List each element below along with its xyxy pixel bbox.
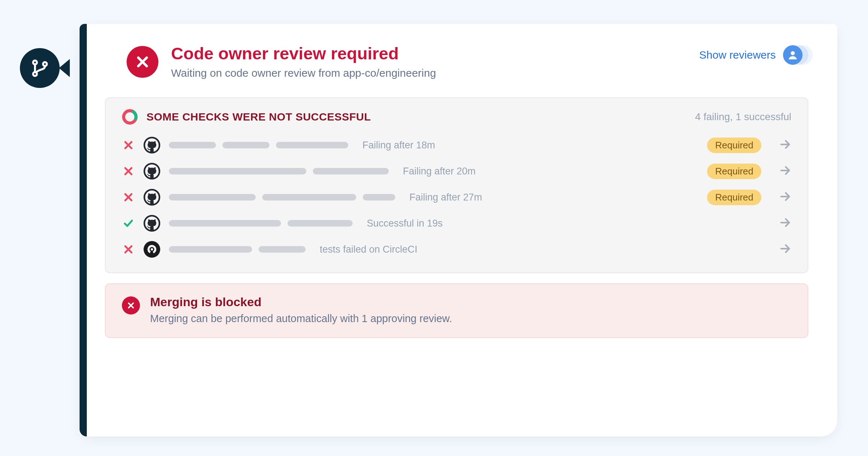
check-row[interactable]: Failing after 18mRequired — [122, 132, 791, 158]
github-icon — [144, 137, 160, 153]
review-required-subtitle: Waiting on code owner review from app-co… — [171, 67, 699, 79]
github-icon — [144, 189, 160, 206]
merge-blocked-subtitle: Merging can be performed automatically w… — [150, 313, 452, 325]
check-fail-icon — [122, 140, 135, 151]
check-name-placeholder — [169, 142, 348, 148]
reviewer-avatars[interactable] — [783, 45, 808, 65]
check-fail-icon — [122, 192, 135, 203]
check-status-text: Failing after 18m — [357, 140, 435, 151]
check-row[interactable]: Successful in 19s — [122, 210, 791, 236]
checks-summary: 4 failing, 1 successful — [695, 111, 791, 123]
error-circle-icon — [127, 46, 158, 78]
avatar-icon — [783, 45, 803, 65]
check-status-text: tests failed on CircleCI — [314, 244, 417, 255]
arrow-right-icon[interactable] — [770, 164, 791, 178]
arrow-right-icon[interactable] — [770, 138, 791, 152]
svg-point-12 — [151, 248, 153, 251]
check-fail-icon — [122, 244, 135, 255]
check-status-text: Failing after 27m — [404, 192, 482, 203]
merge-blocked-title: Merging is blocked — [150, 295, 452, 309]
review-required-header: Code owner review required Waiting on co… — [87, 24, 837, 94]
check-row[interactable]: Failing after 27mRequired — [122, 184, 791, 210]
merge-blocked-panel: Merging is blocked Merging can be perfor… — [105, 283, 808, 338]
badge-pointer — [59, 59, 70, 77]
arrow-right-icon[interactable] — [770, 216, 791, 230]
check-fail-icon — [122, 166, 135, 177]
check-row[interactable]: tests failed on CircleCI — [122, 236, 791, 262]
git-branch-badge — [20, 48, 60, 88]
circleci-icon — [144, 241, 160, 258]
check-name-placeholder — [169, 194, 395, 200]
github-icon — [144, 163, 160, 180]
check-name-placeholder — [169, 246, 306, 253]
checks-title: SOME CHECKS WERE NOT SUCCESSFUL — [146, 111, 686, 123]
review-required-title: Code owner review required — [171, 44, 699, 63]
check-status-text: Successful in 19s — [361, 218, 443, 229]
timeline-bar — [80, 24, 87, 436]
check-row[interactable]: Failing after 20mRequired — [122, 158, 791, 184]
check-name-placeholder — [169, 220, 353, 227]
check-status-text: Failing after 20m — [397, 166, 476, 177]
show-reviewers-link[interactable]: Show reviewers — [699, 49, 776, 61]
required-badge: Required — [707, 164, 761, 179]
check-pass-icon — [122, 218, 135, 229]
check-name-placeholder — [169, 168, 389, 174]
required-badge: Required — [707, 190, 761, 205]
arrow-right-icon[interactable] — [770, 242, 791, 256]
arrow-right-icon[interactable] — [770, 190, 791, 204]
github-icon — [144, 215, 160, 232]
svg-point-3 — [791, 51, 795, 55]
checks-progress-donut-icon — [122, 109, 138, 125]
merge-status-card: Code owner review required Waiting on co… — [80, 24, 837, 436]
checks-panel: SOME CHECKS WERE NOT SUCCESSFUL 4 failin… — [105, 97, 808, 273]
git-branch-icon — [30, 58, 50, 78]
error-circle-small-icon — [122, 296, 140, 314]
required-badge: Required — [707, 138, 761, 153]
